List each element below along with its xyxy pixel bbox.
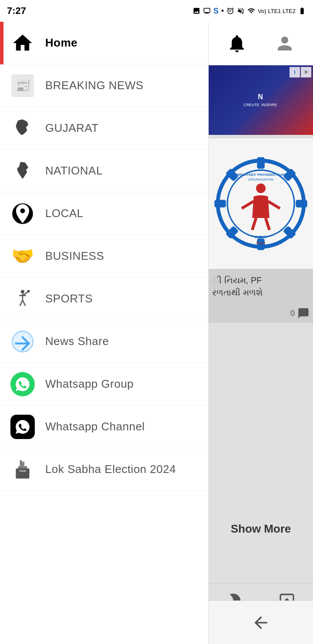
- sidebar-item-news-share-label: News Share: [45, 335, 109, 348]
- svg-line-23: [268, 201, 280, 209]
- ad-close-button[interactable]: ✕: [301, 67, 311, 77]
- svg-rect-19: [284, 227, 295, 238]
- ad-info-button[interactable]: i: [290, 67, 300, 77]
- sidebar-item-home-label: Home: [45, 36, 77, 50]
- business-icon: 🤝: [9, 242, 37, 270]
- sidebar-item-local[interactable]: LOCAL: [0, 192, 208, 235]
- sidebar-item-national-label: NATIONAL: [45, 164, 103, 178]
- election-icon: [9, 456, 37, 483]
- right-top-bar: [209, 22, 313, 65]
- comment-count: 0: [290, 309, 295, 318]
- national-icon: [9, 157, 37, 185]
- alarm-status-icon: [226, 7, 234, 15]
- sidebar-item-breaking-news[interactable]: 📰 BREAKING NEWS: [0, 64, 208, 107]
- sidebar-item-whatsapp-channel-label: Whatsapp Channel: [45, 420, 145, 433]
- sidebar-item-lok-sabha-label: Lok Sabha Election 2024: [45, 463, 176, 476]
- news-headline-2: રળતાથી મળશે: [212, 286, 310, 299]
- dot-icon: •: [221, 7, 224, 16]
- mute-status-icon: [237, 7, 245, 15]
- right-panel: N CREATE. INSPIRE. i ✕: [209, 22, 313, 644]
- sidebar-item-news-share[interactable]: News Share: [0, 320, 208, 363]
- svg-text:INDIA: INDIA: [255, 235, 267, 239]
- epfo-image: INDIA ભારત EMPLOYEES' PROVIDENT FUND ORG…: [209, 138, 313, 269]
- sidebar-item-local-label: LOCAL: [45, 207, 83, 220]
- monitor-status-icon: [203, 7, 211, 15]
- sidebar-item-national[interactable]: NATIONAL: [0, 150, 208, 192]
- sidebar-item-lok-sabha[interactable]: Lok Sabha Election 2024: [0, 448, 208, 491]
- svg-point-1: [21, 290, 24, 293]
- svg-text:ORGANISATION: ORGANISATION: [248, 178, 273, 181]
- status-time: 7:27: [7, 5, 26, 17]
- sidebar-item-breaking-news-label: BREAKING NEWS: [45, 79, 143, 92]
- svg-rect-14: [216, 201, 225, 206]
- sidebar-item-gujarat[interactable]: GUJARAT: [0, 107, 208, 150]
- svg-line-6: [20, 300, 23, 305]
- whatsapp-channel-icon: [9, 413, 37, 441]
- status-bar: 7:27 S • Vo) LTE1 LTE2: [0, 0, 313, 22]
- sidebar-item-business[interactable]: 🤝 BUSINESS: [0, 235, 208, 278]
- sidebar-item-whatsapp-group-label: Whatsapp Group: [45, 377, 134, 391]
- local-icon: [9, 200, 37, 228]
- epfo-logo-svg: INDIA ભારત EMPLOYEES' PROVIDENT FUND ORG…: [213, 156, 309, 252]
- home-icon: [9, 29, 37, 57]
- svg-text:EMPLOYEES' PROVIDENT FUND: EMPLOYEES' PROVIDENT FUND: [235, 173, 287, 177]
- sports-icon: [9, 285, 37, 313]
- profile-button[interactable]: [273, 31, 297, 56]
- sidebar-item-sports-label: SPORTS: [45, 292, 93, 305]
- news-card: INDIA ભારત EMPLOYEES' PROVIDENT FUND ORG…: [209, 138, 313, 323]
- nav-back-icon: [251, 613, 270, 632]
- home-accent: [0, 22, 3, 64]
- wifi-status-icon: [247, 7, 255, 15]
- svg-line-7: [23, 300, 25, 305]
- svg-point-5: [27, 290, 30, 292]
- main-container: Home 📰 BREAKING NEWS GUJARAT: [0, 22, 313, 644]
- s-icon: S: [213, 7, 219, 16]
- whatsapp-group-icon: [9, 370, 37, 398]
- svg-line-24: [252, 218, 256, 230]
- sidebar-item-home[interactable]: Home: [0, 22, 208, 64]
- svg-point-21: [256, 184, 266, 193]
- notification-button[interactable]: [225, 31, 249, 56]
- svg-rect-15: [297, 201, 306, 206]
- news-comment-row: 0: [209, 304, 313, 323]
- nav-back-button[interactable]: [243, 605, 278, 640]
- status-icons: S • Vo) LTE1 LTE2: [193, 7, 306, 16]
- svg-text:ભારત: ભારત: [256, 241, 266, 245]
- sidebar-item-whatsapp-channel[interactable]: Whatsapp Channel: [0, 406, 208, 448]
- news-headline: ી નિયમ, PF: [212, 274, 310, 286]
- svg-rect-12: [258, 158, 263, 168]
- sidebar-item-gujarat-label: GUJARAT: [45, 121, 99, 135]
- sidebar-item-whatsapp-group[interactable]: Whatsapp Group: [0, 363, 208, 406]
- sidebar-item-business-label: BUSINESS: [45, 249, 104, 263]
- svg-line-22: [242, 201, 254, 209]
- battery-status-icon: [298, 7, 306, 15]
- comment-icon: [297, 307, 310, 319]
- breaking-news-icon: 📰: [9, 72, 37, 100]
- photo-status-icon: [193, 7, 200, 15]
- ad-banner: N CREATE. INSPIRE. i ✕: [209, 65, 313, 135]
- news-text-area: ી નિયમ, PF રળતાથી મળશે: [209, 269, 313, 304]
- news-share-icon: [9, 328, 37, 356]
- lte-status-icon: Vo) LTE1 LTE2: [258, 8, 296, 14]
- sidebar: Home 📰 BREAKING NEWS GUJARAT: [0, 22, 209, 644]
- svg-line-25: [266, 218, 270, 230]
- svg-rect-9: [16, 468, 29, 478]
- sidebar-item-sports[interactable]: SPORTS: [0, 278, 208, 320]
- show-more-button[interactable]: Show More: [209, 500, 313, 557]
- gujarat-icon: [9, 114, 37, 142]
- show-more-label: Show More: [231, 522, 291, 536]
- svg-rect-17: [226, 227, 237, 238]
